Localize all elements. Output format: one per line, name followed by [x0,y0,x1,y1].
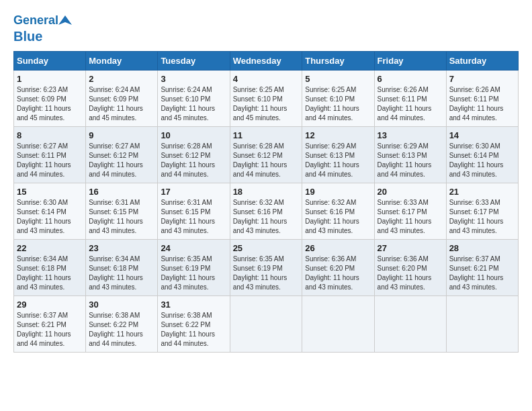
weekday-header-thursday: Thursday [302,51,374,70]
day-number: 29 [17,300,83,310]
calendar-cell: 11 Sunrise: 6:28 AM Sunset: 6:12 PM Dayl… [230,126,302,183]
day-number: 27 [378,243,443,253]
day-info: Sunrise: 6:36 AM Sunset: 6:20 PM Dayligh… [305,255,371,292]
day-number: 21 [449,187,515,197]
day-info: Sunrise: 6:38 AM Sunset: 6:22 PM Dayligh… [89,311,154,349]
day-number: 5 [305,74,371,84]
calendar-cell [302,295,374,352]
day-info: Sunrise: 6:34 AM Sunset: 6:18 PM Dayligh… [89,255,154,292]
day-info: Sunrise: 6:33 AM Sunset: 6:17 PM Dayligh… [449,198,515,236]
day-info: Sunrise: 6:29 AM Sunset: 6:13 PM Dayligh… [378,142,443,179]
day-number: 2 [89,74,154,84]
calendar-cell: 31 Sunrise: 6:38 AM Sunset: 6:22 PM Dayl… [158,295,230,352]
weekday-header-tuesday: Tuesday [158,51,230,70]
day-info: Sunrise: 6:28 AM Sunset: 6:12 PM Dayligh… [233,142,300,179]
calendar-week-5: 29 Sunrise: 6:37 AM Sunset: 6:21 PM Dayl… [14,295,519,352]
calendar-cell: 7 Sunrise: 6:26 AM Sunset: 6:11 PM Dayli… [446,70,518,126]
day-info: Sunrise: 6:37 AM Sunset: 6:21 PM Dayligh… [17,311,83,349]
calendar-cell: 8 Sunrise: 6:27 AM Sunset: 6:11 PM Dayli… [14,126,86,183]
logo-text-line1: General [13,13,58,28]
weekday-header-friday: Friday [374,51,446,70]
calendar-cell: 27 Sunrise: 6:36 AM Sunset: 6:20 PM Dayl… [374,239,446,295]
day-info: Sunrise: 6:25 AM Sunset: 6:10 PM Dayligh… [305,85,371,123]
calendar-cell: 19 Sunrise: 6:32 AM Sunset: 6:16 PM Dayl… [302,183,374,239]
day-info: Sunrise: 6:24 AM Sunset: 6:10 PM Dayligh… [161,85,226,123]
day-info: Sunrise: 6:29 AM Sunset: 6:13 PM Dayligh… [305,142,371,179]
calendar-table: SundayMondayTuesdayWednesdayThursdayFrid… [13,51,519,353]
day-number: 15 [17,187,83,197]
calendar-cell: 10 Sunrise: 6:28 AM Sunset: 6:12 PM Dayl… [158,126,230,183]
day-info: Sunrise: 6:31 AM Sunset: 6:15 PM Dayligh… [89,198,154,236]
day-info: Sunrise: 6:26 AM Sunset: 6:11 PM Dayligh… [449,85,515,123]
calendar-cell: 17 Sunrise: 6:31 AM Sunset: 6:15 PM Dayl… [158,183,230,239]
day-number: 16 [89,187,154,197]
day-number: 11 [233,130,300,140]
calendar-cell: 6 Sunrise: 6:26 AM Sunset: 6:11 PM Dayli… [374,70,446,126]
calendar-cell [230,295,302,352]
day-info: Sunrise: 6:36 AM Sunset: 6:20 PM Dayligh… [378,255,443,292]
weekday-header-wednesday: Wednesday [230,51,302,70]
page-header: General Blue [13,13,519,44]
day-number: 4 [233,74,300,84]
day-number: 7 [449,74,515,84]
day-info: Sunrise: 6:30 AM Sunset: 6:14 PM Dayligh… [17,198,83,236]
day-info: Sunrise: 6:30 AM Sunset: 6:14 PM Dayligh… [449,142,515,179]
calendar-cell: 14 Sunrise: 6:30 AM Sunset: 6:14 PM Dayl… [446,126,518,183]
logo-text-line2: Blue [13,28,42,44]
calendar-week-3: 15 Sunrise: 6:30 AM Sunset: 6:14 PM Dayl… [14,183,519,239]
day-info: Sunrise: 6:33 AM Sunset: 6:17 PM Dayligh… [378,198,443,236]
calendar-cell: 3 Sunrise: 6:24 AM Sunset: 6:10 PM Dayli… [158,70,230,126]
calendar-cell: 9 Sunrise: 6:27 AM Sunset: 6:12 PM Dayli… [86,126,158,183]
day-number: 23 [89,243,154,253]
day-number: 14 [449,130,515,140]
calendar-cell: 16 Sunrise: 6:31 AM Sunset: 6:15 PM Dayl… [86,183,158,239]
calendar-cell: 26 Sunrise: 6:36 AM Sunset: 6:20 PM Dayl… [302,239,374,295]
weekday-header-sunday: Sunday [14,51,86,70]
day-number: 31 [161,300,226,310]
calendar-cell: 5 Sunrise: 6:25 AM Sunset: 6:10 PM Dayli… [302,70,374,126]
day-info: Sunrise: 6:25 AM Sunset: 6:10 PM Dayligh… [233,85,300,123]
calendar-cell: 1 Sunrise: 6:23 AM Sunset: 6:09 PM Dayli… [14,70,86,126]
day-number: 6 [378,74,443,84]
day-number: 10 [161,130,226,140]
day-number: 19 [305,187,371,197]
calendar-cell: 15 Sunrise: 6:30 AM Sunset: 6:14 PM Dayl… [14,183,86,239]
day-number: 28 [449,243,515,253]
day-number: 12 [305,130,371,140]
calendar-cell: 13 Sunrise: 6:29 AM Sunset: 6:13 PM Dayl… [374,126,446,183]
calendar-cell: 12 Sunrise: 6:29 AM Sunset: 6:13 PM Dayl… [302,126,374,183]
day-info: Sunrise: 6:28 AM Sunset: 6:12 PM Dayligh… [161,142,226,179]
day-number: 22 [17,243,83,253]
calendar-cell: 4 Sunrise: 6:25 AM Sunset: 6:10 PM Dayli… [230,70,302,126]
calendar-cell: 22 Sunrise: 6:34 AM Sunset: 6:18 PM Dayl… [14,239,86,295]
day-number: 18 [233,187,300,197]
day-info: Sunrise: 6:27 AM Sunset: 6:12 PM Dayligh… [89,142,154,179]
day-info: Sunrise: 6:34 AM Sunset: 6:18 PM Dayligh… [17,255,83,292]
calendar-cell: 2 Sunrise: 6:24 AM Sunset: 6:09 PM Dayli… [86,70,158,126]
calendar-cell [374,295,446,352]
calendar-cell: 30 Sunrise: 6:38 AM Sunset: 6:22 PM Dayl… [86,295,158,352]
day-number: 20 [378,187,443,197]
day-number: 24 [161,243,226,253]
day-info: Sunrise: 6:38 AM Sunset: 6:22 PM Dayligh… [161,311,226,349]
calendar-week-2: 8 Sunrise: 6:27 AM Sunset: 6:11 PM Dayli… [14,126,519,183]
day-info: Sunrise: 6:35 AM Sunset: 6:19 PM Dayligh… [161,255,226,292]
weekday-header-monday: Monday [86,51,158,70]
weekday-header-row: SundayMondayTuesdayWednesdayThursdayFrid… [14,51,519,70]
day-number: 9 [89,130,154,140]
day-info: Sunrise: 6:32 AM Sunset: 6:16 PM Dayligh… [305,198,371,236]
calendar-cell: 28 Sunrise: 6:37 AM Sunset: 6:21 PM Dayl… [446,239,518,295]
svg-marker-0 [58,15,72,25]
weekday-header-saturday: Saturday [446,51,518,70]
day-number: 8 [17,130,83,140]
calendar-cell: 25 Sunrise: 6:35 AM Sunset: 6:19 PM Dayl… [230,239,302,295]
day-number: 13 [378,130,443,140]
day-number: 30 [89,300,154,310]
day-number: 1 [17,74,83,84]
calendar-cell: 24 Sunrise: 6:35 AM Sunset: 6:19 PM Dayl… [158,239,230,295]
day-info: Sunrise: 6:35 AM Sunset: 6:19 PM Dayligh… [233,255,300,292]
day-info: Sunrise: 6:26 AM Sunset: 6:11 PM Dayligh… [378,85,443,123]
calendar-cell: 23 Sunrise: 6:34 AM Sunset: 6:18 PM Dayl… [86,239,158,295]
day-number: 25 [233,243,300,253]
day-number: 17 [161,187,226,197]
